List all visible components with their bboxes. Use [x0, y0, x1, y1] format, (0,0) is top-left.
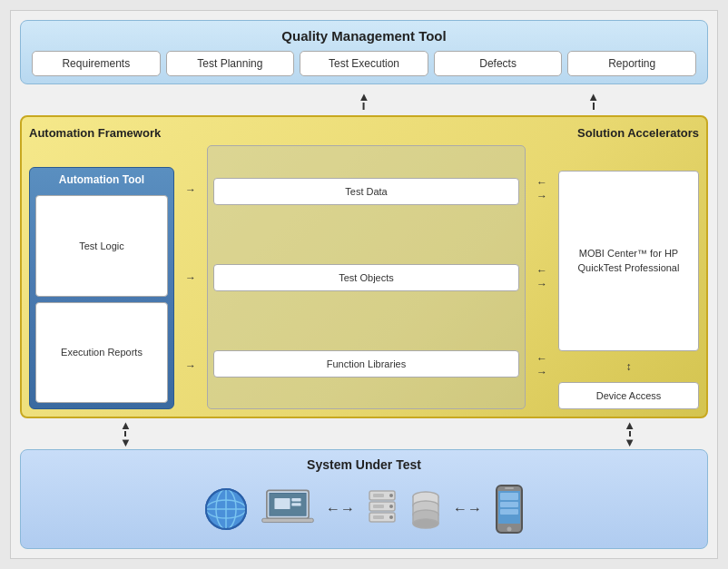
mid-to-sa-arrows: ← → ← → ← →: [531, 145, 553, 409]
main-container: Quality Management Tool Requirements Tes…: [10, 10, 718, 559]
mid-box-test-data: Test Data: [213, 178, 519, 205]
mid-box-test-objects: Test Objects: [213, 264, 519, 291]
svg-rect-33: [500, 493, 518, 500]
sa-label: Solution Accelerators: [577, 126, 699, 140]
lr-arrow-2: ←→: [453, 501, 482, 517]
svg-rect-11: [291, 503, 300, 505]
arrow-lr-2: ← →: [536, 264, 547, 290]
qmt-title: Quality Management Tool: [32, 28, 696, 44]
svg-rect-20: [373, 505, 384, 508]
sut-icons: ←→: [202, 477, 526, 541]
arrow-lr-3: ← →: [536, 352, 547, 378]
svg-point-17: [389, 505, 393, 508]
svg-point-28: [413, 519, 438, 528]
qmt-box-test-execution: Test Execution: [300, 51, 428, 76]
sut-section: System Under Test: [20, 449, 708, 549]
svg-point-16: [389, 494, 393, 497]
lr-arrow-1: ←→: [326, 501, 355, 517]
af-sa-frame: Automation Framework Solution Accelerato…: [20, 115, 708, 418]
svg-rect-21: [373, 515, 384, 519]
database-icon: [409, 489, 442, 529]
bottom-arrows-row: ▲ ▼ ▲ ▼: [20, 426, 708, 442]
qmt-box-reporting: Reporting: [567, 51, 696, 76]
qmt-box-defects: Defects: [434, 51, 563, 76]
arrow-right-3: →: [185, 359, 196, 372]
svg-rect-9: [274, 498, 290, 509]
arrow-lr-1: ← →: [536, 176, 547, 202]
arrow-right-1: →: [185, 183, 196, 196]
at-to-mid-arrows: → → →: [180, 145, 202, 409]
svg-rect-10: [291, 498, 300, 501]
right-v-arrow: ▲ ▼: [624, 419, 635, 448]
at-box-test-logic: Test Logic: [35, 195, 168, 297]
svg-rect-12: [262, 518, 314, 522]
qmt-boxes: Requirements Test Planning Test Executio…: [32, 51, 696, 76]
sa-col: MOBI Center™ for HP QuickTest Profession…: [558, 171, 699, 409]
af-sa-content: Automation Tool Test Logic Execution Rep…: [29, 145, 699, 409]
globe-icon: [202, 486, 250, 533]
arrow-right-2: →: [185, 271, 196, 284]
svg-rect-35: [500, 509, 518, 515]
af-label: Automation Framework: [29, 126, 161, 140]
phone-icon: [493, 484, 526, 535]
laptop-icon: [261, 487, 315, 531]
server-icon: [366, 489, 398, 529]
mid-box-function-libraries: Function Libraries: [213, 350, 519, 378]
sa-box-mobi: MOBI Center™ for HP QuickTest Profession…: [558, 171, 699, 351]
qmt-box-test-planning: Test Planning: [166, 51, 295, 76]
left-v-arrow: ▲ ▼: [120, 419, 132, 448]
svg-point-36: [507, 527, 512, 532]
at-box-execution-reports: Execution Reports: [35, 302, 168, 404]
qmt-section: Quality Management Tool Requirements Tes…: [20, 20, 708, 84]
automation-tool: Automation Tool Test Logic Execution Rep…: [29, 167, 174, 409]
qmt-box-requirements: Requirements: [32, 51, 161, 76]
af-sa-labels: Automation Framework Solution Accelerato…: [29, 126, 699, 140]
sut-title: System Under Test: [307, 457, 421, 472]
mid-boxes-panel: Test Data Test Objects Function Librarie…: [207, 145, 526, 409]
svg-rect-19: [373, 494, 384, 497]
at-title: Automation Tool: [35, 173, 168, 186]
sa-box-device: Device Access: [558, 382, 699, 409]
svg-rect-37: [505, 487, 514, 489]
svg-point-18: [389, 515, 393, 519]
svg-rect-34: [500, 502, 518, 507]
